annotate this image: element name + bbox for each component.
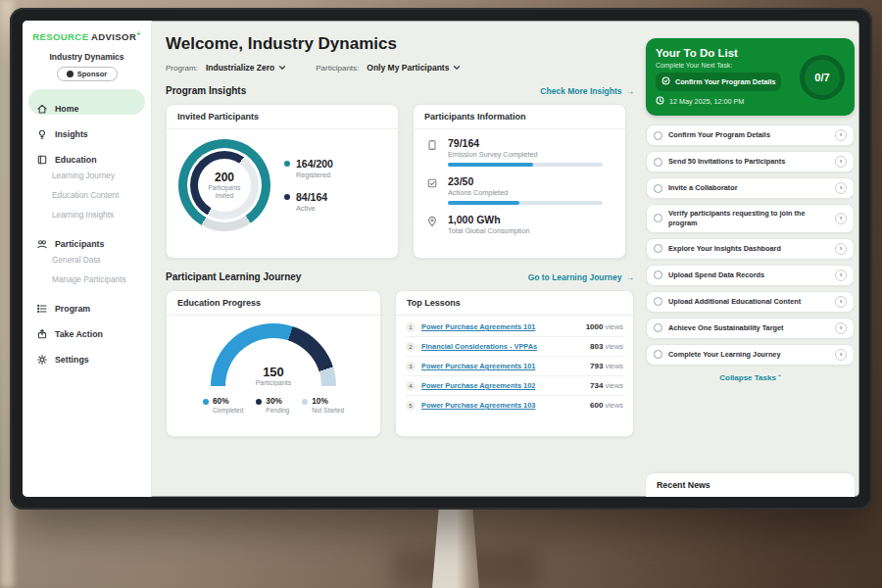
chevron-right-icon[interactable]: › bbox=[835, 129, 847, 141]
sidebar-item-participants[interactable]: Participants bbox=[23, 224, 151, 250]
sidebar-item-label: Participants bbox=[55, 239, 104, 249]
gauge-center-label: Participants bbox=[211, 379, 336, 386]
org-name: Industry Dynamics bbox=[23, 52, 151, 62]
task-checkbox[interactable] bbox=[654, 131, 662, 140]
pin-icon bbox=[426, 214, 439, 235]
sidebar-item-education-content[interactable]: Education Content bbox=[23, 185, 151, 205]
sidebar-item-learning-insights[interactable]: Learning Insights bbox=[23, 205, 151, 224]
arrow-right-icon: → bbox=[626, 86, 635, 96]
section-title: Participant Learning Journey bbox=[166, 271, 301, 282]
check-more-insights-link[interactable]: Check More Insights → bbox=[540, 86, 634, 96]
sidebar-item-label: Education Content bbox=[52, 190, 119, 200]
task-item-complete-learning-journey[interactable]: Complete Your Learning Journey › bbox=[646, 344, 855, 366]
lesson-views: 1000 views bbox=[586, 322, 623, 331]
task-item-confirm-program[interactable]: Confirm Your Program Details › bbox=[646, 124, 855, 146]
chevron-right-icon[interactable]: › bbox=[835, 243, 847, 255]
lesson-row: 4 Power Purchase Agreements 102 734 view… bbox=[406, 376, 623, 396]
task-checkbox[interactable] bbox=[654, 184, 662, 193]
lesson-rank: 1 bbox=[406, 322, 416, 332]
todo-card: Your To Do List Complete Your Next Task:… bbox=[646, 38, 855, 116]
lesson-link[interactable]: Power Purchase Agreements 102 bbox=[421, 381, 584, 390]
sponsor-badge: Sponsor bbox=[57, 67, 118, 81]
task-checkbox[interactable] bbox=[654, 323, 662, 332]
donut-legend: 164/200 Registered 84/164 Active bbox=[284, 158, 333, 213]
desk-background: RESOURCE ADVISOR+ Industry Dynamics Spon… bbox=[0, 0, 882, 588]
sidebar-item-label: Take Action bbox=[55, 329, 103, 339]
donut-center-label: Participants Invited bbox=[203, 184, 246, 199]
navy-dot-icon bbox=[284, 194, 290, 200]
sidebar-item-settings[interactable]: Settings bbox=[23, 340, 151, 366]
survey-icon bbox=[426, 137, 439, 167]
sidebar-item-label: Learning Insights bbox=[52, 210, 114, 220]
lesson-link[interactable]: Power Purchase Agreements 103 bbox=[421, 401, 584, 410]
task-checkbox[interactable] bbox=[654, 214, 662, 222]
sidebar-item-label: Home bbox=[55, 104, 78, 114]
task-item-invite-collaborator[interactable]: Invite a Collaborator › bbox=[646, 177, 855, 199]
blue-dot-icon bbox=[203, 399, 209, 405]
task-item-achieve-target[interactable]: Achieve One Sustainability Target › bbox=[646, 318, 855, 339]
lesson-views: 734 views bbox=[590, 381, 623, 390]
chevron-right-icon[interactable]: › bbox=[835, 270, 847, 281]
chevron-right-icon[interactable]: › bbox=[835, 156, 847, 168]
stat-label: Emission Survey Completed bbox=[448, 150, 603, 159]
lesson-link[interactable]: Power Purchase Agreements 101 bbox=[421, 362, 584, 370]
program-filter-label: Program: bbox=[166, 64, 198, 73]
task-item-upload-educational-content[interactable]: Upload Additional Educational Content › bbox=[646, 291, 855, 313]
stat-value: 23/50 bbox=[448, 175, 603, 187]
lesson-link[interactable]: Financial Considerations - VPPAs bbox=[421, 342, 584, 351]
task-checkbox[interactable] bbox=[654, 270, 662, 279]
task-checkbox[interactable] bbox=[654, 158, 662, 167]
chevron-down-icon bbox=[453, 64, 461, 72]
gauge-center-value: 150 bbox=[211, 365, 336, 379]
task-item-verify-participants[interactable]: Verify participants requesting to join t… bbox=[646, 204, 855, 233]
sidebar-item-learning-journey[interactable]: Learning Journey bbox=[23, 166, 151, 185]
monitor-stand bbox=[432, 508, 479, 588]
lesson-link[interactable]: Power Purchase Agreements 101 bbox=[421, 322, 580, 331]
sidebar-item-label: Insights bbox=[55, 129, 88, 139]
task-list: Confirm Your Program Details › Send 50 I… bbox=[646, 124, 855, 366]
main-content: Welcome, Industry Dynamics Program: Indu… bbox=[152, 21, 646, 497]
legend-not-started: 10% Not Started bbox=[302, 396, 344, 414]
chevron-right-icon[interactable]: › bbox=[835, 296, 847, 308]
card-title: Participants Information bbox=[414, 105, 625, 129]
sidebar-item-general-data[interactable]: General Data bbox=[23, 250, 151, 270]
program-insights-header: Program Insights Check More Insights → bbox=[166, 85, 634, 96]
todo-next-task[interactable]: Confirm Your Program Details bbox=[656, 73, 781, 91]
program-select[interactable]: Industrialize Zero bbox=[206, 63, 286, 73]
chevron-right-icon[interactable]: › bbox=[835, 213, 847, 224]
take-action-icon bbox=[36, 328, 48, 340]
task-checkbox[interactable] bbox=[654, 244, 662, 253]
clock-icon bbox=[656, 96, 664, 107]
chevron-right-icon[interactable]: › bbox=[835, 322, 847, 334]
participants-select[interactable]: Only My Participants bbox=[367, 63, 461, 73]
stat-value: 1,000 GWh bbox=[448, 214, 530, 225]
recent-news-title: Recent News bbox=[657, 480, 710, 490]
chevron-up-icon: ˆ bbox=[778, 373, 781, 382]
collapse-tasks-link[interactable]: Collapse Tasks ˆ bbox=[646, 373, 855, 382]
chevron-right-icon[interactable]: › bbox=[835, 182, 847, 194]
sidebar-item-program[interactable]: Program bbox=[23, 289, 151, 315]
task-checkbox[interactable] bbox=[654, 350, 662, 359]
stat-label: Total Global Consumption bbox=[448, 226, 530, 235]
sidebar-item-label: Manage Participants bbox=[52, 274, 126, 284]
sidebar-item-label: Learning Journey bbox=[52, 171, 115, 180]
card-title: Education Progress bbox=[167, 291, 380, 316]
sidebar-nav: Home Insights Education Learning Journey bbox=[23, 89, 151, 366]
sidebar-item-insights[interactable]: Insights bbox=[23, 115, 151, 140]
chevron-right-icon[interactable]: › bbox=[835, 349, 847, 361]
sidebar-item-manage-participants[interactable]: Manage Participants bbox=[23, 270, 151, 289]
program-select-value: Industrialize Zero bbox=[206, 63, 274, 73]
task-item-send-invitations[interactable]: Send 50 Invitations to Participants › bbox=[646, 151, 855, 172]
sidebar-item-home[interactable]: Home bbox=[28, 89, 145, 115]
consumption-stat: 1,000 GWh Total Global Consumption bbox=[426, 214, 612, 235]
go-to-learning-journey-link[interactable]: Go to Learning Journey → bbox=[528, 272, 634, 282]
active-value: 84/164 bbox=[296, 191, 327, 203]
task-item-explore-insights[interactable]: Explore Your Insights Dashboard › bbox=[646, 238, 855, 260]
gauge-legend: 60% Completed 30% Pending bbox=[193, 386, 354, 414]
sidebar-item-education[interactable]: Education bbox=[23, 140, 151, 166]
sidebar-item-take-action[interactable]: Take Action bbox=[23, 315, 151, 340]
invited-participants-donut: 200 Participants Invited bbox=[178, 139, 270, 231]
task-item-upload-spend-data[interactable]: Upload Spend Data Records › bbox=[646, 265, 855, 286]
task-checkbox[interactable] bbox=[654, 297, 662, 306]
settings-icon bbox=[36, 354, 48, 366]
